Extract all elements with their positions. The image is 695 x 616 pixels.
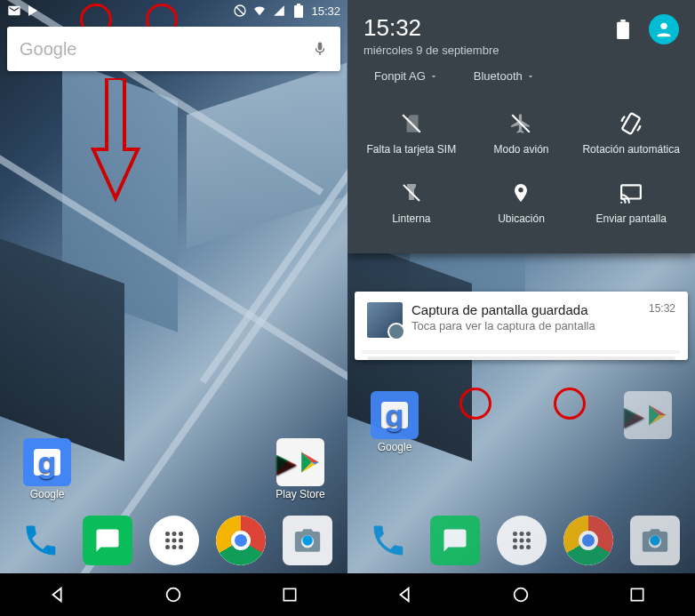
play-store-app[interactable]: Play Store xyxy=(269,438,332,500)
google-search-widget[interactable]: Google xyxy=(7,27,340,71)
svg-point-5 xyxy=(179,532,183,536)
svg-rect-31 xyxy=(631,588,643,600)
left-phone-home-screen: 15:32 Google Google Play Store xyxy=(0,0,348,616)
app-label: Play Store xyxy=(276,488,324,500)
qs-connection-row: Fonpit AG Bluetooth xyxy=(348,62,695,93)
camera-app[interactable] xyxy=(283,516,332,565)
right-phone-quick-settings: 15:32 miércoles 9 de septiembre Fonpit A… xyxy=(348,0,695,616)
chrome-app[interactable] xyxy=(216,516,266,565)
google-app[interactable]: Google xyxy=(363,391,426,453)
messages-app[interactable] xyxy=(430,516,480,565)
svg-point-7 xyxy=(172,539,176,543)
phone-app[interactable] xyxy=(363,516,413,565)
svg-rect-14 xyxy=(284,588,295,600)
svg-point-9 xyxy=(165,545,170,549)
app-label: Google xyxy=(378,441,412,453)
svg-point-20 xyxy=(513,532,517,536)
cast-tile[interactable]: Enviar pantalla xyxy=(576,168,686,237)
screenshot-thumbnail-icon xyxy=(367,302,403,338)
no-sim-tile[interactable]: Falta la tarjeta SIM xyxy=(356,99,467,168)
status-clock: 15:32 xyxy=(311,4,340,18)
status-left xyxy=(7,4,41,18)
back-button[interactable] xyxy=(395,584,416,605)
svg-point-28 xyxy=(526,545,531,549)
notification-title: Captura de pantalla guardada xyxy=(411,302,640,317)
wifi-label: Fonpit AG xyxy=(374,69,426,83)
play-store-app[interactable] xyxy=(617,391,679,439)
svg-point-26 xyxy=(513,545,517,549)
svg-rect-19 xyxy=(621,185,641,198)
svg-point-27 xyxy=(519,545,523,549)
home-button[interactable] xyxy=(163,584,184,605)
app-drawer-button[interactable] xyxy=(497,516,547,565)
notification-time: 15:32 xyxy=(649,302,675,315)
google-app-icon xyxy=(371,391,419,439)
screenshot-notification[interactable]: Captura de pantalla guardada Toca para v… xyxy=(355,292,688,360)
notification-subtitle: Toca para ver la captura de pantalla xyxy=(411,319,640,332)
svg-point-24 xyxy=(519,539,523,543)
signal-icon xyxy=(272,4,286,18)
flashlight-tile[interactable]: Linterna xyxy=(356,168,467,237)
bluetooth-chip[interactable]: Bluetooth xyxy=(474,69,535,83)
camera-app[interactable] xyxy=(630,516,680,565)
play-store-app-icon xyxy=(624,391,672,439)
qs-clock-block[interactable]: 15:32 miércoles 9 de septiembre xyxy=(363,14,499,57)
recents-button[interactable] xyxy=(279,584,300,605)
cast-icon xyxy=(619,180,643,205)
mic-icon[interactable] xyxy=(312,38,328,60)
svg-point-13 xyxy=(167,588,180,602)
airplane-icon xyxy=(508,111,533,136)
home-app-row: Google Play Store xyxy=(0,438,348,500)
messages-app[interactable] xyxy=(83,516,132,565)
google-app-icon xyxy=(23,438,71,486)
chevron-down-icon xyxy=(526,72,535,81)
location-tile[interactable]: Ubicación xyxy=(467,168,577,237)
airplane-tile[interactable]: Modo avión xyxy=(467,99,577,168)
tile-label: Linterna xyxy=(392,212,430,225)
svg-rect-2 xyxy=(297,4,300,5)
gmail-icon xyxy=(7,4,21,18)
svg-point-17 xyxy=(660,23,667,29)
qs-header: 15:32 miércoles 9 de septiembre xyxy=(348,0,695,62)
wifi-icon xyxy=(252,4,267,18)
navigation-bar xyxy=(348,573,695,616)
tile-label: Rotación automática xyxy=(582,143,679,156)
qs-time: 15:32 xyxy=(363,14,499,42)
battery-icon xyxy=(292,4,306,18)
qs-header-icons xyxy=(617,14,679,44)
tile-label: Enviar pantalla xyxy=(595,212,666,225)
notification-stack-hint xyxy=(362,350,681,354)
quick-settings-panel[interactable]: 15:32 miércoles 9 de septiembre Fonpit A… xyxy=(348,0,695,253)
phone-app[interactable] xyxy=(16,516,66,565)
search-placeholder: Google xyxy=(20,39,312,60)
recents-button[interactable] xyxy=(627,584,648,605)
app-drawer-button[interactable] xyxy=(149,516,199,565)
tile-label: Falta la tarjeta SIM xyxy=(366,143,456,156)
svg-point-6 xyxy=(165,539,170,543)
status-bar[interactable]: 15:32 xyxy=(0,0,348,21)
svg-point-4 xyxy=(172,532,176,536)
play-store-app-icon xyxy=(276,438,324,486)
svg-rect-16 xyxy=(620,20,626,22)
chrome-app[interactable] xyxy=(563,516,613,565)
svg-point-3 xyxy=(165,532,170,536)
svg-point-22 xyxy=(526,532,531,536)
svg-point-10 xyxy=(172,545,176,549)
spacer xyxy=(78,438,269,500)
user-avatar[interactable] xyxy=(649,14,679,44)
svg-point-8 xyxy=(179,539,183,543)
google-app[interactable]: Google xyxy=(16,438,78,500)
svg-point-23 xyxy=(513,539,517,543)
notification-stack-hint xyxy=(367,356,675,360)
battery-icon[interactable] xyxy=(617,20,629,39)
wifi-chip[interactable]: Fonpit AG xyxy=(374,69,438,83)
back-button[interactable] xyxy=(47,584,68,605)
flashlight-icon xyxy=(399,180,424,205)
autorotate-tile[interactable]: Rotación automática xyxy=(576,99,686,168)
dock xyxy=(348,509,695,572)
tile-label: Modo avión xyxy=(493,143,548,156)
tile-label: Ubicación xyxy=(498,212,545,225)
dock xyxy=(0,509,348,572)
svg-rect-1 xyxy=(294,5,303,18)
home-button[interactable] xyxy=(510,584,531,605)
